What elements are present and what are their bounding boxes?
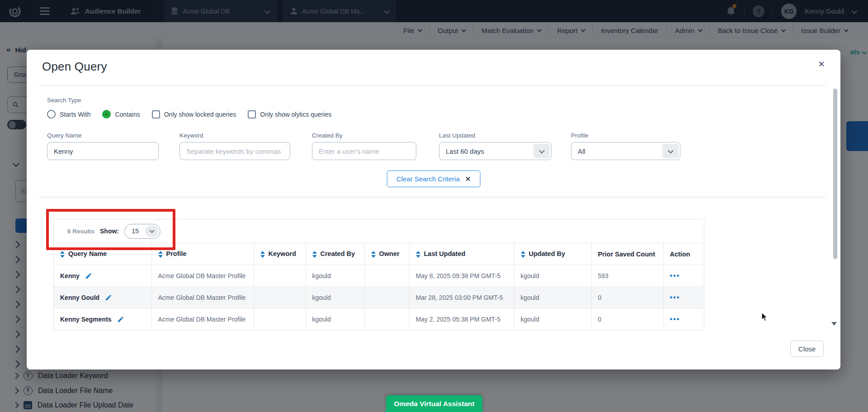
results-count: 6 Results	[67, 228, 94, 235]
radio-contains[interactable]: Contains	[102, 110, 140, 118]
checkbox-icon[interactable]	[248, 110, 256, 118]
edit-pencil-icon[interactable]	[117, 316, 124, 323]
sort-icon[interactable]	[158, 251, 163, 258]
modal-title: Open Query	[42, 60, 107, 74]
table-header-row: Query Name Profile Keyword Created By Ow…	[54, 243, 705, 265]
query-name-input[interactable]	[47, 142, 159, 160]
cell-prior-saved-count: 0	[591, 308, 663, 330]
column-last-updated[interactable]: Last Updated	[409, 243, 514, 265]
field-last-updated: Last Updated Last 60 days	[439, 132, 552, 160]
modal-divider	[38, 85, 826, 86]
close-button[interactable]: Close	[790, 341, 824, 357]
checkbox-only-olytics-queries[interactable]: Only show olytics queries	[248, 110, 331, 118]
radio-starts-with[interactable]: Starts With	[47, 110, 90, 118]
column-profile[interactable]: Profile	[151, 243, 254, 265]
cell-owner	[364, 287, 409, 308]
clear-search-criteria-button[interactable]: Clear Search Criteria ✕	[387, 170, 481, 187]
cell-keyword	[254, 308, 306, 330]
cell-updated-by: kgould	[514, 308, 591, 330]
column-keyword[interactable]: Keyword	[254, 243, 306, 265]
field-label: Keyword	[179, 132, 290, 139]
cell-profile: Acme Global DB Master Profile	[151, 265, 254, 287]
edit-pencil-icon[interactable]	[85, 272, 92, 279]
column-owner[interactable]: Owner	[364, 243, 409, 265]
table-row: Kenny Gould Acme Global DB Master Profil…	[54, 287, 705, 308]
sort-icon[interactable]	[521, 251, 525, 258]
sort-icon[interactable]	[312, 251, 317, 258]
cell-last-updated: May 2, 2025 05:38 PM GMT-5	[409, 308, 514, 330]
query-name-link[interactable]: Kenny Gould	[60, 294, 99, 301]
cell-created-by: kgould	[306, 308, 364, 330]
cell-prior-saved-count: 0	[591, 287, 663, 308]
open-query-modal: Open Query ✕ Search Type Starts With Con…	[27, 50, 840, 369]
row-actions-menu-icon[interactable]: •••	[670, 294, 680, 301]
radio-selected-icon[interactable]	[102, 110, 111, 118]
results-toolbar: 6 Results Show: 15	[54, 219, 704, 243]
results-card: 6 Results Show: 15 Query Name Profile Ke…	[53, 219, 704, 331]
scrollbar-down-arrow[interactable]	[831, 322, 837, 326]
cell-owner	[364, 265, 409, 287]
table-row: Kenny Acme Global DB Master Profile kgou…	[54, 265, 705, 287]
modal-close-icon[interactable]: ✕	[813, 56, 830, 72]
cell-profile: Acme Global DB Master Profile	[151, 308, 254, 330]
checkbox-icon[interactable]	[152, 110, 160, 118]
modal-divider	[38, 197, 826, 198]
row-actions-menu-icon[interactable]: •••	[670, 315, 680, 323]
cell-created-by: kgould	[306, 287, 364, 308]
chevron-down-icon	[668, 147, 674, 153]
field-query-name: Query Name	[47, 132, 159, 160]
search-type-label: Search Type	[47, 97, 81, 104]
select-chevron-button[interactable]	[145, 226, 159, 237]
sort-icon[interactable]	[60, 251, 65, 258]
cell-keyword	[254, 265, 306, 287]
field-profile: Profile All	[571, 132, 680, 160]
keyword-input[interactable]	[179, 142, 290, 160]
column-updated-by[interactable]: Updated By	[514, 243, 591, 265]
sort-icon[interactable]	[260, 251, 265, 258]
results-table: Query Name Profile Keyword Created By Ow…	[54, 243, 705, 330]
column-created-by[interactable]: Created By	[306, 243, 364, 265]
profile-select[interactable]: All	[571, 142, 680, 160]
created-by-input[interactable]	[312, 142, 416, 160]
column-action: Action	[663, 243, 705, 265]
cell-created-by: kgould	[306, 265, 364, 287]
query-name-link[interactable]: Kenny Segments	[60, 316, 112, 323]
query-name-link[interactable]: Kenny	[60, 272, 80, 279]
field-label: Created By	[312, 132, 416, 139]
cell-profile: Acme Global DB Master Profile	[151, 287, 254, 308]
cell-last-updated: May 8, 2025 09:38 PM GMT-5	[409, 265, 514, 287]
field-created-by: Created By	[312, 132, 416, 160]
page-size-select[interactable]: 15	[124, 224, 160, 239]
modal-scrollbar-thumb[interactable]	[833, 89, 837, 259]
cell-prior-saved-count: 593	[591, 265, 663, 287]
checkbox-only-locked-queries[interactable]: Only show locked queries	[152, 110, 236, 118]
omeda-virtual-assistant-button[interactable]: Omeda Virtual Assistant	[386, 395, 482, 412]
cell-updated-by: kgould	[514, 287, 591, 308]
select-chevron-button[interactable]	[662, 144, 679, 158]
sort-icon[interactable]	[416, 251, 420, 258]
show-label: Show:	[100, 227, 119, 235]
select-chevron-button[interactable]	[533, 144, 550, 158]
search-type-options: Starts With Contains Only show locked qu…	[47, 110, 331, 118]
cell-owner	[364, 308, 409, 330]
field-label: Last Updated	[439, 132, 552, 139]
sort-icon[interactable]	[371, 251, 376, 258]
chevron-down-icon	[539, 147, 545, 153]
field-keyword: Keyword	[179, 132, 290, 160]
cell-last-updated: Mar 28, 2025 03:00 PM GMT-5	[409, 287, 514, 308]
radio-icon[interactable]	[47, 110, 56, 118]
field-label: Profile	[571, 132, 680, 139]
column-query-name[interactable]: Query Name	[54, 243, 151, 265]
column-prior-saved-count: Prior Saved Count	[591, 243, 663, 265]
field-label: Query Name	[47, 132, 159, 139]
chevron-down-icon	[149, 228, 154, 233]
cell-updated-by: kgould	[514, 265, 591, 287]
cell-keyword	[254, 287, 306, 308]
last-updated-select[interactable]: Last 60 days	[439, 142, 552, 160]
row-actions-menu-icon[interactable]: •••	[670, 272, 680, 279]
clear-x-icon: ✕	[465, 175, 471, 183]
table-row: Kenny Segments Acme Global DB Master Pro…	[54, 308, 705, 330]
edit-pencil-icon[interactable]	[105, 294, 112, 301]
